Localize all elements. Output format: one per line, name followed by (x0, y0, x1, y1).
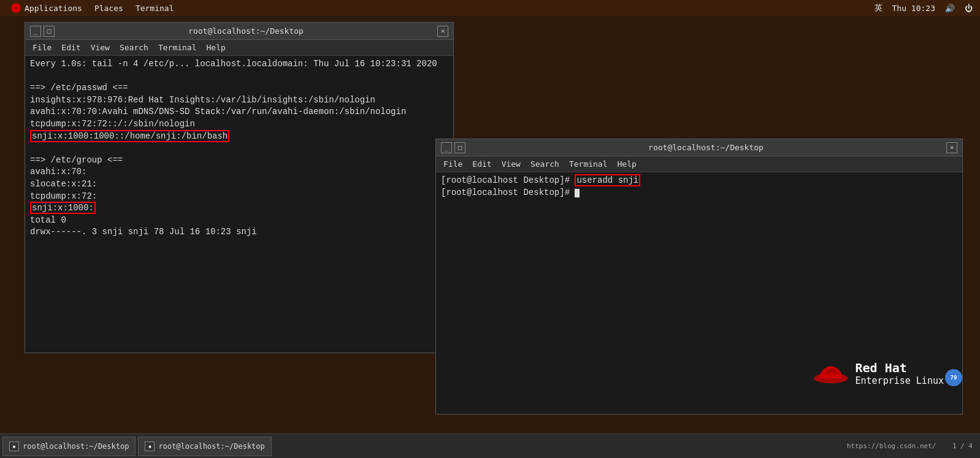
terminal-1-menu-edit[interactable]: Edit (56, 40, 85, 56)
terminal-2-window-controls: _ □ (441, 142, 465, 153)
terminal-1-titlebar: _ □ root@localhost:~/Desktop ✕ (25, 23, 453, 40)
terminal-window-2: _ □ root@localhost:~/Desktop ✕ File Edit… (435, 139, 963, 414)
line-tcpdump: tcpdump:x:72:72::/:/sbin/nologin (30, 118, 448, 131)
line-blank-2 (30, 142, 448, 155)
url-hint: https://blog.csdn.net/ (847, 442, 936, 450)
system-bar: Applications Places Terminal 英 Thu 10:23… (0, 0, 980, 16)
line-slocate: slocate:x:21: (30, 178, 448, 191)
redhat-logo-svg (813, 361, 849, 386)
terminal-2-menu-view[interactable]: View (497, 156, 526, 172)
desktop: _ □ root@localhost:~/Desktop ✕ File Edit… (0, 16, 980, 433)
applications-menu[interactable]: Applications (5, 0, 88, 16)
terminal-2-line2: [root@localhost Desktop]# (441, 187, 957, 199)
terminal-2-menu-edit[interactable]: Edit (467, 156, 496, 172)
terminal-2-line1: [root@localhost Desktop]# useradd snji (441, 175, 957, 187)
line-total: total 0 (30, 215, 448, 227)
redhat-enterprise: Enterprise Linux (856, 375, 944, 386)
line-avahi-group: avahi:x:70: (30, 166, 448, 178)
system-bar-left: Applications Places Terminal (5, 0, 180, 16)
places-menu[interactable]: Places (88, 0, 129, 16)
terminal-1-window-controls: _ □ (30, 26, 55, 37)
minimize-button-1[interactable]: _ (30, 26, 41, 37)
highlight-group: snji:x:1000: (30, 202, 96, 214)
terminal-2-menu-help[interactable]: Help (613, 156, 641, 172)
line-passwd-header: ==> /etc/passwd <== (30, 82, 448, 94)
line-blank-1 (30, 71, 448, 83)
line-insights: insights:x:978:976:Red Hat Insights:/var… (30, 94, 448, 107)
taskbar: ▪ root@localhost:~/Desktop ▪ root@localh… (0, 433, 980, 458)
terminal-2-titlebar: _ □ root@localhost:~/Desktop ✕ (436, 139, 962, 156)
version-badge: 79 (945, 369, 962, 386)
terminal-2-menu-terminal[interactable]: Terminal (564, 156, 613, 172)
line-tcpdump-group: tcpdump:x:72: (30, 191, 448, 203)
highlight-passwd: snji:x:1000:1000::/home/snji:/bin/bash (30, 130, 229, 142)
redhat-branding: Red Hat Enterprise Linux (813, 361, 944, 386)
terminal-1-content: Every 1.0s: tail -n 4 /etc/p... localhos… (25, 56, 453, 353)
line-group-header: ==> /etc/group <== (30, 155, 448, 167)
maximize-button-2[interactable]: □ (454, 142, 465, 153)
volume-icon[interactable]: 🔊 (943, 4, 957, 13)
power-icon[interactable]: ⏻ (962, 4, 975, 13)
line-watch-cmd: Every 1.0s: tail -n 4 /etc/p... localhos… (30, 58, 448, 71)
terminal-2-menubar: File Edit View Search Terminal Help (436, 156, 962, 172)
taskbar-icon-2: ▪ (145, 441, 155, 451)
line-drwx: drwx------. 3 snji snji 78 Jul 16 10:23 … (30, 226, 448, 239)
taskbar-item-1[interactable]: ▪ root@localhost:~/Desktop (2, 437, 136, 456)
terminal-2-title: root@localhost:~/Desktop (465, 143, 946, 152)
terminal-menu[interactable]: Terminal (129, 0, 180, 16)
terminal-window-1: _ □ root@localhost:~/Desktop ✕ File Edit… (25, 22, 454, 353)
redhat-logo-icon (11, 3, 21, 13)
terminal-1-menu-help[interactable]: Help (202, 40, 231, 56)
terminal-label: Terminal (136, 4, 174, 13)
line-snji-group: snji:x:1000: (30, 202, 448, 215)
page-indicator: 1 / 4 (952, 442, 973, 450)
terminal-1-menu-view[interactable]: View (86, 40, 115, 56)
line-snji-passwd: snji:x:1000:1000::/home/snji:/bin/bash (30, 131, 448, 143)
terminal-1-menu-search[interactable]: Search (115, 40, 153, 56)
terminal-1-title: root@localhost:~/Desktop (55, 26, 437, 36)
line-avahi: avahi:x:70:70:Avahi mDNS/DNS-SD Stack:/v… (30, 106, 448, 118)
language-indicator: 英 (872, 2, 885, 13)
cursor (575, 189, 580, 197)
terminal-2-menu-file[interactable]: File (438, 156, 467, 172)
taskbar-right: https://blog.csdn.net/ 1 / 4 (847, 442, 978, 450)
taskbar-item-2[interactable]: ▪ root@localhost:~/Desktop (138, 437, 271, 456)
minimize-button-2[interactable]: _ (441, 142, 452, 153)
taskbar-icon-1: ▪ (9, 441, 19, 451)
terminal-2-menu-search[interactable]: Search (526, 156, 564, 172)
clock: Thu 10:23 (890, 4, 938, 13)
redhat-brand-text: Red Hat Enterprise Linux (856, 361, 944, 386)
system-bar-right: 英 Thu 10:23 🔊 ⏻ (872, 2, 975, 13)
highlight-useradd: useradd snji (575, 174, 640, 186)
taskbar-label-2: root@localhost:~/Desktop (158, 442, 264, 451)
maximize-button-1[interactable]: □ (44, 26, 55, 37)
close-button-1[interactable]: ✕ (437, 26, 448, 37)
terminal-1-menu-terminal[interactable]: Terminal (153, 40, 202, 56)
terminal-1-menu-file[interactable]: File (28, 40, 56, 56)
redhat-name: Red Hat (856, 361, 944, 375)
places-label: Places (94, 4, 123, 13)
close-button-2[interactable]: ✕ (946, 142, 957, 153)
taskbar-label-1: root@localhost:~/Desktop (23, 442, 129, 451)
applications-label: Applications (25, 4, 82, 13)
terminal-1-menubar: File Edit View Search Terminal Help (25, 40, 453, 56)
